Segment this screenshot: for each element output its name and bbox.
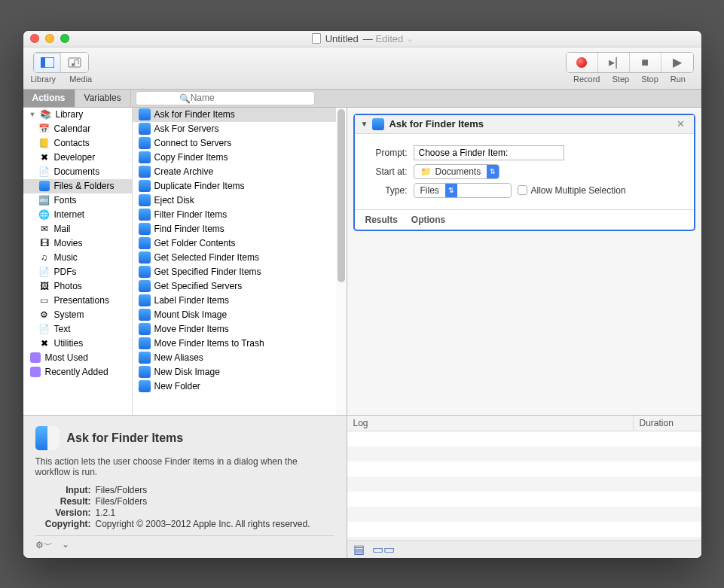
library-item[interactable]: ✉︎Mail [23, 222, 132, 236]
library-toggle[interactable] [34, 53, 61, 72]
media-toggle[interactable] [61, 53, 88, 72]
library-item[interactable]: 🌐Internet [23, 208, 132, 222]
library-item[interactable]: 🔤Fonts [23, 193, 132, 208]
library-item[interactable]: ♫Music [23, 251, 132, 265]
action-item-label: Move Finder Items [154, 324, 229, 334]
action-item[interactable]: Ask for Finder Items [133, 108, 347, 122]
action-item-label: Get Specified Finder Items [154, 267, 261, 277]
edited-indicator: — Edited [363, 33, 404, 44]
title-chevron-icon[interactable]: ⌵ [408, 35, 412, 43]
action-item-label: Ask for Finder Items [154, 109, 235, 120]
action-item[interactable]: New Disk Image [133, 365, 347, 379]
results-tab[interactable]: Results [365, 215, 398, 225]
action-item[interactable]: New Aliases [133, 351, 347, 365]
step-button[interactable]: ▸| [598, 53, 630, 72]
library-item-label: Photos [54, 281, 82, 291]
action-item-label: Copy Finder Items [154, 152, 228, 163]
library-icon: 📚 [40, 108, 52, 120]
action-item[interactable]: Get Specified Finder Items [133, 265, 347, 279]
library-item[interactable]: 📄Documents [23, 165, 132, 179]
disclosure-icon[interactable]: ▼ [29, 111, 36, 118]
prompt-label: Prompt: [365, 148, 408, 158]
scrollbar[interactable] [336, 108, 347, 415]
finder-icon [139, 180, 151, 192]
library-item[interactable]: 📄Text [23, 322, 132, 337]
action-item-label: Move Finder Items to Trash [154, 338, 264, 349]
log-view-flow-icon[interactable]: ▭▭ [372, 542, 395, 556]
copyright-value: Copyright © 2003–2012 Apple Inc. All rig… [96, 519, 335, 529]
action-item-label: Label Finder Items [154, 295, 229, 306]
category-icon: 🔤 [38, 194, 50, 206]
action-list[interactable]: Ask for Finder ItemsAsk For ServersConne… [133, 108, 347, 415]
action-item[interactable]: Duplicate Finder Items [133, 179, 347, 193]
allow-multiple-checkbox[interactable]: Allow Multiple Selection [518, 185, 626, 196]
search-input[interactable] [136, 91, 315, 105]
media-icon [68, 57, 81, 68]
finder-icon [372, 118, 384, 130]
action-item[interactable]: New Folder [133, 379, 347, 394]
folder-icon: 📁 [420, 166, 432, 177]
library-item[interactable]: 📒Contacts [23, 136, 132, 151]
log-column-header[interactable]: Log [347, 416, 634, 431]
library-item[interactable]: ▼📚Library [23, 108, 132, 122]
smart-folder-icon [29, 366, 41, 378]
library-item[interactable]: Recently Added [23, 365, 132, 379]
action-item-label: Get Selected Finder Items [154, 252, 259, 263]
action-item-label: Create Archive [154, 166, 214, 177]
library-item[interactable]: Most Used [23, 351, 132, 365]
remove-action-button[interactable]: ✕ [674, 118, 688, 129]
options-tab[interactable]: Options [411, 215, 445, 225]
record-icon [576, 57, 587, 68]
library-item[interactable]: 🎞Movies [23, 236, 132, 251]
action-item[interactable]: Create Archive [133, 165, 347, 179]
disclosure-triangle-icon[interactable]: ▼ [361, 120, 368, 128]
action-item[interactable]: Connect to Servers [133, 136, 347, 151]
record-label: Record [573, 75, 600, 84]
action-item[interactable]: Label Finder Items [133, 294, 347, 308]
finder-icon [139, 337, 151, 349]
prompt-input[interactable] [414, 145, 564, 160]
library-item[interactable]: 📅Calendar [23, 122, 132, 136]
finder-icon [139, 280, 151, 292]
type-popup[interactable]: Files ⇅ [414, 183, 512, 198]
library-item[interactable]: Files & Folders [23, 179, 132, 193]
library-item-label: Documents [54, 166, 100, 177]
action-item[interactable]: Find Finder Items [133, 222, 347, 236]
result-value: Files/Folders [96, 496, 335, 507]
titlebar: Untitled — Edited ⌵ [23, 31, 701, 47]
action-item[interactable]: Get Folder Contents [133, 236, 347, 251]
workflow-canvas[interactable]: ▼ Ask for Finder Items ✕ Prompt: Start a… [347, 108, 701, 415]
action-item[interactable]: Mount Disk Image [133, 308, 347, 322]
collapse-icon[interactable]: ⌄ [62, 539, 69, 552]
sidebar-tabs: Actions Variables 🔍 [23, 90, 701, 108]
action-item[interactable]: Eject Disk [133, 193, 347, 208]
library-item[interactable]: 🖼Photos [23, 279, 132, 294]
library-item[interactable]: ⚙︎System [23, 308, 132, 322]
finder-icon [35, 426, 60, 450]
log-view-list-icon[interactable]: ▤ [353, 542, 365, 556]
action-item[interactable]: Get Selected Finder Items [133, 251, 347, 265]
action-item[interactable]: Move Finder Items [133, 322, 347, 337]
library-item[interactable]: 📄PDFs [23, 265, 132, 279]
library-item[interactable]: ▭Presentations [23, 294, 132, 308]
library-item[interactable]: ✖︎Developer [23, 151, 132, 165]
tab-actions[interactable]: Actions [23, 90, 75, 107]
action-item[interactable]: Move Finder Items to Trash [133, 337, 347, 351]
stop-button[interactable]: ■ [630, 53, 661, 72]
start-at-popup[interactable]: 📁Documents ⇅ [414, 164, 500, 179]
smart-folder-icon [29, 352, 41, 364]
category-icon: 📄 [38, 323, 50, 335]
action-item[interactable]: Filter Finder Items [133, 208, 347, 222]
gear-menu-icon[interactable]: ⚙︎﹀ [35, 539, 53, 552]
library-item[interactable]: ✖︎Utilities [23, 337, 132, 351]
run-button[interactable]: ▶ [661, 53, 693, 72]
log-panel: Log Duration ▤ ▭▭ [347, 415, 701, 558]
action-item[interactable]: Copy Finder Items [133, 151, 347, 165]
library-tree[interactable]: ▼📚Library📅Calendar📒Contacts✖︎Developer📄D… [23, 108, 133, 415]
action-item[interactable]: Ask For Servers [133, 122, 347, 136]
tab-variables[interactable]: Variables [75, 90, 131, 107]
duration-column-header[interactable]: Duration [634, 416, 701, 431]
library-item-label: Library [56, 109, 84, 120]
record-button[interactable] [567, 53, 598, 72]
action-item[interactable]: Get Specified Servers [133, 279, 347, 294]
